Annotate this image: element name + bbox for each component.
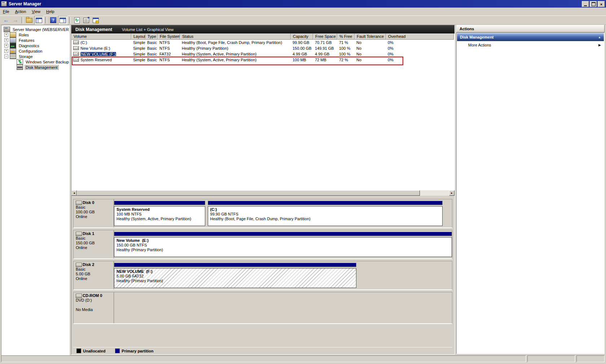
column-header-type[interactable]: Type [145,34,158,40]
more-actions-item[interactable]: More Actions ▶ [457,41,604,49]
tree-item-storage[interactable]: −Storage [1,54,69,59]
show-hide-action-pane-button[interactable] [58,16,67,25]
partition-health: Healthy (Primary Partition) [117,279,354,283]
expand-box[interactable]: + [4,44,8,48]
menu-action[interactable]: Action [12,8,29,15]
cell-overhead: 0% [386,45,454,51]
menu-file[interactable]: File [0,8,12,15]
tree-item-server-manager-webserver1-[interactable]: Server Manager (WEBSERVER1) [1,27,69,32]
partition-box[interactable]: (C:)99.90 GB NTFSHealthy (Boot, Page Fil… [208,206,443,226]
scroll-right-button[interactable]: ► [449,190,454,196]
column-header-file_system[interactable]: File System [158,34,180,40]
show-hide-console-tree-button[interactable] [34,16,44,25]
volume-row[interactable]: (C:)SimpleBasicNTFSHealthy (Boot, Page F… [71,40,454,45]
cell-layout: Simple [131,40,145,45]
disk-partition-area: New Volume (E:)150.00 GB NTFSHealthy (Pr… [114,230,452,258]
partition-status-bar [114,263,356,267]
cell-type: Basic [145,45,158,51]
partition-box[interactable]: NEW VOLUME (F:)5.00 GB FAT32Healthy (Pri… [114,268,356,288]
disk-management-pane: Disk Management Volume List + Graphical … [71,25,455,355]
up-one-level-icon: ↑ [26,18,32,23]
column-header-capacity[interactable]: Capacity [291,34,313,40]
cell-file_system: FAT32 [158,51,180,57]
actions-pane-title: Actions [456,25,605,32]
partition-box[interactable]: New Volume (E:)150.00 GB NTFSHealthy (Pr… [114,237,452,257]
scroll-left-button[interactable]: ◄ [71,190,77,196]
maximize-button[interactable] [590,1,597,7]
properties-icon [83,18,89,23]
column-header-fault_tolerance[interactable]: Fault Tolerance [355,34,386,40]
disk-icon [76,232,82,236]
cell-volume: System Reserved [71,57,131,63]
cell-free_space: 72 MB [313,57,337,63]
actions-pane: Actions Disk Management ▲ More Actions ▶ [456,25,605,354]
column-header-status[interactable]: Status [180,34,291,40]
disk-label[interactable]: CD-ROM 0DVD (D:) No Media [74,292,114,323]
close-button[interactable]: × [598,1,605,7]
volume-icon [73,58,79,62]
server-manager-window: Server Manager × FileActionViewHelp ←→↑?… [0,0,606,364]
volume-table-header: VolumeLayoutTypeFile SystemStatusCapacit… [71,34,454,40]
refresh-button[interactable]: ↻ [73,16,81,24]
toolbar: ←→↑?↻ [0,16,606,25]
pane-header: Disk Management Volume List + Graphical … [71,25,454,34]
console-options-button[interactable] [91,16,100,24]
horizontal-scrollbar[interactable]: ◄ ► [71,190,454,196]
disk-row-disk-0: Disk 0Basic100.00 GBOnlineSystem Reserve… [73,199,452,228]
tree-item-windows-server-backup[interactable]: Windows Server Backup [1,59,69,65]
tree-item-features[interactable]: +Features [1,37,69,43]
volume-row[interactable]: System ReservedSimpleBasicNTFSHealthy (S… [71,57,454,63]
back-button[interactable]: ← [2,16,10,24]
column-header-free_space[interactable]: Free Space [313,34,337,40]
tree-item-label: Disk Management [25,65,59,70]
tree-item-disk-management[interactable]: Disk Management [1,65,69,70]
column-header-layout[interactable]: Layout [131,34,145,40]
disk-name: CD-ROM 0 [83,293,102,298]
expand-box[interactable]: + [4,49,8,53]
status-cell-main [1,355,526,362]
actions-section-header[interactable]: Disk Management ▲ [457,33,604,41]
cell-file_system: NTFS [158,57,180,63]
menu-view[interactable]: View [29,8,43,15]
column-header-pct_free[interactable]: % Free [337,34,355,40]
cell-capacity: 4.99 GB [291,51,313,57]
minimize-button[interactable] [582,1,589,7]
partition-box[interactable]: System Reserved100 MB NTFSHealthy (Syste… [114,206,205,226]
tree-item-roles[interactable]: +Roles [1,32,69,37]
up-one-level-button[interactable]: ↑ [25,16,34,24]
cell-capacity: 99.90 GB [291,40,313,45]
help-button[interactable]: ? [49,16,57,24]
partition-info: 5.00 GB FAT32 [117,274,354,279]
disk-state: Online [76,245,114,250]
tree-item-diagnostics[interactable]: +Diagnostics [1,43,69,48]
properties-button[interactable] [82,16,91,24]
cell-status: Healthy (System, Active, Primary Partiti… [180,57,291,63]
partition-name: (C:) [210,207,440,212]
partition-new-volume-f-: NEW VOLUME (F:)5.00 GB FAT32Healthy (Pri… [114,263,356,288]
volume-row[interactable]: New Volume (E:)SimpleBasicNTFSHealthy (P… [71,45,454,51]
legend-swatch-unallocated [76,349,81,353]
expand-box[interactable]: + [4,38,8,42]
scrollbar-thumb[interactable] [77,190,420,196]
disk-label[interactable]: Disk 1Basic150.00 GBOnline [74,230,114,258]
collapse-icon[interactable]: ▲ [598,36,601,39]
menu-help[interactable]: Help [43,8,57,15]
title-bar[interactable]: Server Manager × [0,0,606,8]
graphical-view: Disk 0Basic100.00 GBOnlineSystem Reserve… [71,197,454,347]
collapse-box[interactable]: − [4,54,8,58]
column-header-overhead[interactable]: Overhead [386,34,454,40]
disk-row-cd-rom-0: CD-ROM 0DVD (D:) No Media [73,292,452,324]
disk-label[interactable]: Disk 0Basic100.00 GBOnline [74,199,114,227]
pane-subtitle: Volume List + Graphical View [122,27,174,32]
volume-row[interactable]: NEW VOLUME (F:)SimpleBasicFAT32Healthy (… [71,51,454,57]
tree-item-configuration[interactable]: +Configuration [1,48,69,54]
forward-button[interactable]: → [11,16,20,24]
status-cell-secondary [527,355,575,362]
cell-volume: NEW VOLUME (F:) [71,51,131,57]
column-header-volume[interactable]: Volume [71,34,131,40]
disk-name: Disk 2 [83,262,94,267]
disk-label[interactable]: Disk 2Basic5.00 GBOnline [74,261,114,289]
volume-icon [73,40,79,44]
expand-box[interactable]: + [4,33,8,37]
toolbar-separator [22,17,23,23]
